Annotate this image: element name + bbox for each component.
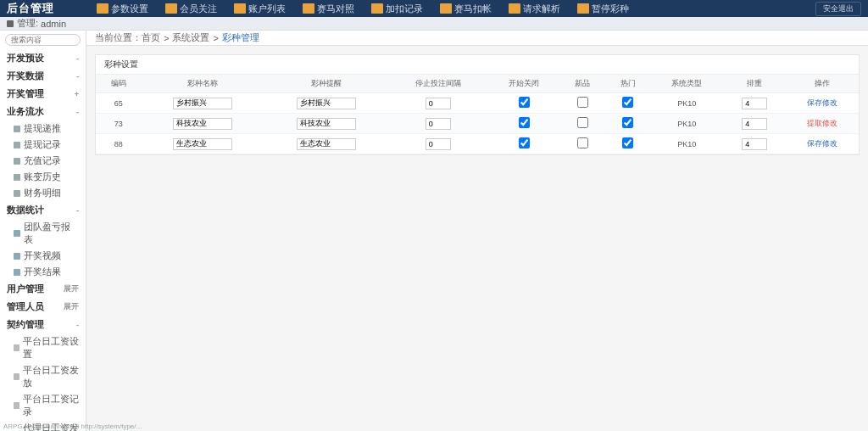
- sidebar-item[interactable]: 开奖结果: [0, 264, 86, 280]
- cell-new: [560, 93, 605, 114]
- tip-input[interactable]: [297, 118, 356, 130]
- sidebar-group-title: 业务流水: [7, 105, 44, 118]
- topnav-label: 请求解析: [523, 3, 560, 15]
- toggle-icon: +: [75, 90, 79, 98]
- column-header: 彩种提醒: [264, 75, 388, 93]
- hot-checkbox[interactable]: [622, 137, 633, 148]
- sidebar-group-title: 数据统计: [7, 204, 44, 216]
- sidebar-group-header[interactable]: 开奖数据-: [0, 67, 86, 85]
- tip-input[interactable]: [297, 138, 356, 150]
- topnav-item[interactable]: 赛马对照: [294, 0, 363, 17]
- sidebar-item[interactable]: 提现记录: [0, 137, 86, 153]
- sidebar-group-header[interactable]: 管理人员展开: [0, 298, 86, 316]
- sidebar-item[interactable]: 提现递推: [0, 120, 86, 137]
- name-input[interactable]: [173, 118, 232, 130]
- sidebar-group-title: 契约管理: [7, 318, 44, 331]
- sidebar-item-label: 提现递推: [24, 122, 61, 135]
- column-header: 彩种名称: [141, 75, 264, 93]
- cell-type: PK10: [651, 114, 723, 134]
- save-link[interactable]: 保存修改: [807, 139, 837, 148]
- sidebar-group-header[interactable]: 数据统计-: [0, 201, 86, 219]
- hot-checkbox[interactable]: [622, 97, 633, 108]
- column-header: 新品: [560, 75, 605, 93]
- stop-input[interactable]: [426, 98, 451, 109]
- sidebar-item-icon: [14, 174, 20, 181]
- topnav-item[interactable]: 会员关注: [157, 0, 225, 17]
- stop-input[interactable]: [426, 118, 451, 130]
- save-link[interactable]: 提取修改: [807, 119, 837, 127]
- sidebar-item[interactable]: 平台日工资设置: [0, 333, 86, 362]
- topnav-label: 赛马扣帐: [454, 3, 492, 15]
- toggle-icon: -: [76, 321, 79, 329]
- search-input[interactable]: [5, 34, 81, 46]
- topnav-item[interactable]: 请求解析: [500, 0, 569, 17]
- cell-name: [141, 93, 264, 114]
- topnav-item[interactable]: 参数设置: [88, 0, 157, 17]
- save-link[interactable]: 保存修改: [807, 98, 837, 107]
- sidebar-item[interactable]: 平台日工资发放: [0, 362, 86, 391]
- topnav-item[interactable]: 暂停彩种: [569, 0, 637, 17]
- topnav-icon: [165, 3, 177, 14]
- user-label: 管理:: [17, 17, 38, 30]
- column-header: 停止投注间隔: [388, 75, 487, 93]
- stop-input[interactable]: [426, 138, 451, 150]
- new-checkbox[interactable]: [577, 117, 588, 128]
- topnav-label: 赛马对照: [317, 3, 354, 15]
- open-checkbox[interactable]: [519, 97, 530, 108]
- toggle-icon: -: [76, 108, 79, 116]
- sidebar-item[interactable]: 开奖视频: [0, 248, 86, 264]
- topnav-item[interactable]: 赛马扣帐: [431, 0, 500, 17]
- topnav-item[interactable]: 加扣记录: [363, 0, 431, 17]
- hot-checkbox[interactable]: [622, 117, 633, 128]
- sort-input[interactable]: [742, 138, 767, 150]
- sidebar-item-icon: [14, 142, 20, 148]
- column-header: 系统类型: [651, 75, 723, 93]
- sidebar-group-header[interactable]: 用户管理展开: [0, 280, 86, 298]
- search-wrap: [0, 31, 86, 49]
- sidebar-item[interactable]: 账变历史: [0, 169, 86, 185]
- open-checkbox[interactable]: [519, 137, 530, 148]
- sort-input[interactable]: [742, 118, 767, 130]
- crumb-mid[interactable]: 系统设置: [172, 31, 209, 44]
- cell-sort: [723, 114, 787, 134]
- crumb-home[interactable]: 当前位置：首页: [95, 31, 160, 44]
- sidebar-group-header[interactable]: 开发预设-: [0, 49, 86, 67]
- new-checkbox[interactable]: [577, 137, 588, 148]
- cell-hot: [605, 114, 650, 134]
- cell-op: 保存修改: [787, 134, 859, 154]
- sidebar-item[interactable]: 财务明细: [0, 185, 86, 201]
- sidebar-item[interactable]: 团队盈亏报表: [0, 219, 86, 248]
- column-header: 操作: [787, 75, 859, 93]
- sidebar-item[interactable]: 充值记录: [0, 153, 86, 169]
- crumb-current: 彩种管理: [222, 31, 259, 44]
- sort-input[interactable]: [742, 98, 767, 109]
- user-icon: [7, 20, 14, 27]
- sidebar-group-header[interactable]: 契约管理-: [0, 316, 86, 333]
- open-checkbox[interactable]: [519, 117, 530, 128]
- column-header: 编码: [96, 75, 141, 93]
- name-input[interactable]: [173, 138, 232, 150]
- cell-open: [487, 134, 559, 154]
- cell-code: 73: [96, 114, 141, 134]
- topnav-label: 参数设置: [111, 3, 148, 15]
- column-header: 热门: [605, 75, 650, 93]
- topnav-item[interactable]: 账户列表: [225, 0, 294, 17]
- sidebar-item-icon: [14, 158, 20, 165]
- name-input[interactable]: [173, 98, 232, 109]
- tip-input[interactable]: [297, 98, 356, 109]
- user-line: 管理: admin: [0, 17, 868, 31]
- new-checkbox[interactable]: [577, 97, 588, 108]
- sidebar-group-title: 开发预设: [7, 52, 44, 64]
- sidebar-group-header[interactable]: 业务流水-: [0, 103, 86, 120]
- topnav-icon: [97, 3, 108, 14]
- sidebar-item-label: 平台日工资记录: [23, 393, 79, 418]
- cell-open: [487, 114, 559, 134]
- sidebar-item-icon: [14, 126, 20, 132]
- safe-exit-button[interactable]: 安全退出: [815, 2, 861, 16]
- cell-op: 保存修改: [787, 93, 859, 114]
- cell-name: [141, 134, 264, 154]
- footer-status: ARPG.xxxxxx/banner/2.0 http://system/typ…: [0, 422, 145, 431]
- toggle-icon: -: [76, 54, 79, 63]
- sidebar-group-header[interactable]: 开奖管理+: [0, 85, 86, 103]
- sidebar-item[interactable]: 平台日工资记录: [0, 391, 86, 420]
